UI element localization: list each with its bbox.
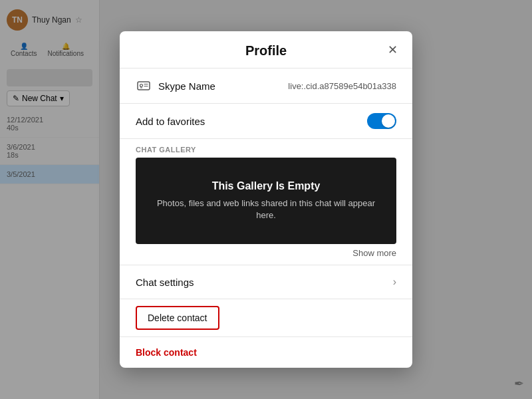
modal-backdrop: Profile ✕ Skype Name	[0, 0, 532, 399]
block-contact-button[interactable]: Block contact	[136, 347, 197, 358]
modal-body: Skype Name live:.cid.a87589e54b01a338 Ad…	[120, 68, 412, 368]
add-favorites-label: Add to favorites	[136, 116, 205, 127]
profile-modal: Profile ✕ Skype Name	[120, 31, 412, 368]
chat-settings-label: Chat settings	[136, 277, 194, 288]
add-favorites-row: Add to favorites	[120, 104, 412, 139]
skype-name-label: Skype Name	[158, 80, 215, 92]
block-contact-row: Block contact	[120, 337, 412, 368]
gallery-box: This Gallery Is Empty Photos, files and …	[136, 158, 396, 244]
delete-contact-button[interactable]: Delete contact	[136, 306, 219, 330]
favorites-toggle-wrap	[367, 113, 396, 129]
show-more-button[interactable]: Show more	[352, 248, 396, 258]
modal-header: Profile ✕	[120, 31, 412, 68]
favorites-toggle[interactable]	[367, 113, 396, 129]
id-card-icon	[136, 78, 152, 94]
close-button[interactable]: ✕	[383, 41, 402, 59]
chat-gallery-section-label: CHAT GALLERY	[120, 139, 412, 158]
show-more-row: Show more	[120, 244, 412, 265]
gallery-title: This Gallery Is Empty	[212, 180, 321, 192]
chevron-right-icon: ›	[393, 276, 396, 288]
skype-name-row: Skype Name live:.cid.a87589e54b01a338	[120, 68, 412, 104]
modal-title: Profile	[245, 43, 287, 59]
toggle-knob	[382, 114, 395, 128]
skype-name-left: Skype Name	[136, 78, 215, 94]
skype-name-value: live:.cid.a87589e54b01a338	[288, 81, 396, 91]
svg-point-1	[140, 84, 143, 87]
gallery-subtitle: Photos, files and web links shared in th…	[146, 198, 386, 221]
chat-settings-row[interactable]: Chat settings ›	[120, 265, 412, 299]
delete-contact-row: Delete contact	[120, 299, 412, 337]
